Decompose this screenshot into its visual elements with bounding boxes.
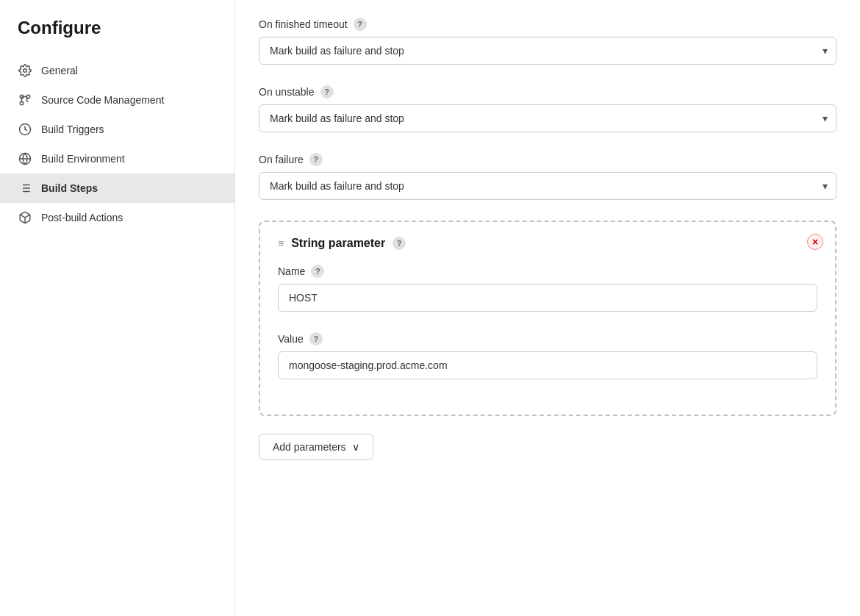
sidebar-item-label: Post-build Actions	[41, 212, 123, 223]
sidebar-item-label: Source Code Management	[41, 94, 164, 106]
card-close-button[interactable]: ×	[807, 234, 823, 250]
main-content: On finished timeout ? Mark build as fail…	[235, 0, 860, 616]
sidebar-item-label: Build Steps	[41, 182, 98, 194]
chevron-small-icon: ∨	[352, 441, 359, 453]
name-group: Name ?	[278, 265, 817, 312]
on-failure-group: On failure ? Mark build as failure and s…	[259, 153, 836, 200]
sidebar-item-label: Build Environment	[41, 153, 125, 165]
sidebar-item-post-build[interactable]: Post-build Actions	[0, 203, 234, 232]
branch-icon	[18, 93, 32, 107]
on-unstable-label: On unstable ?	[259, 85, 836, 99]
sidebar-item-build-environment[interactable]: Build Environment	[0, 144, 234, 173]
name-input[interactable]	[278, 284, 817, 312]
value-input[interactable]	[278, 351, 817, 379]
globe-icon	[18, 151, 32, 166]
gear-icon	[18, 63, 32, 78]
add-parameters-label: Add parameters	[273, 441, 346, 453]
on-unstable-group: On unstable ? Mark build as failure and …	[259, 85, 836, 132]
sidebar-item-label: Build Triggers	[41, 123, 104, 135]
card-title: String parameter	[291, 237, 385, 250]
string-param-help-icon[interactable]: ?	[393, 237, 406, 250]
sidebar-item-label: General	[41, 65, 78, 76]
name-label: Name ?	[278, 265, 817, 278]
on-failure-help-icon[interactable]: ?	[309, 153, 323, 166]
svg-point-0	[24, 69, 27, 73]
sidebar-item-build-triggers[interactable]: Build Triggers	[0, 115, 234, 144]
sidebar-item-build-steps[interactable]: Build Steps	[0, 173, 234, 203]
page-title: Configure	[0, 18, 234, 56]
box-icon	[18, 210, 32, 225]
drag-handle-icon[interactable]: ≡	[278, 237, 284, 249]
on-failure-select-wrapper: Mark build as failure and stop Ignore Ab…	[259, 172, 836, 200]
clock-icon	[18, 122, 32, 137]
list-icon	[18, 181, 32, 196]
finished-timeout-help-icon[interactable]: ?	[354, 18, 367, 31]
add-parameters-button[interactable]: Add parameters ∨	[259, 434, 373, 460]
on-unstable-select[interactable]: Mark build as failure and stop Ignore Ab…	[259, 104, 836, 132]
value-group: Value ?	[278, 332, 817, 379]
sidebar-item-source-code[interactable]: Source Code Management	[0, 85, 234, 115]
finished-timeout-select[interactable]: Mark build as failure and stop Ignore Ab…	[259, 37, 836, 65]
svg-point-2	[20, 101, 24, 105]
on-unstable-select-wrapper: Mark build as failure and stop Ignore Ab…	[259, 104, 836, 132]
finished-timeout-group: On finished timeout ? Mark build as fail…	[259, 18, 836, 65]
string-param-card: ≡ String parameter ? × Name ? Value ?	[259, 221, 836, 416]
sidebar-item-general[interactable]: General	[0, 56, 234, 85]
on-failure-select[interactable]: Mark build as failure and stop Ignore Ab…	[259, 172, 836, 200]
value-help-icon[interactable]: ?	[309, 332, 323, 345]
value-label: Value ?	[278, 332, 817, 345]
on-unstable-help-icon[interactable]: ?	[320, 85, 334, 99]
name-help-icon[interactable]: ?	[311, 265, 324, 278]
finished-timeout-select-wrapper: Mark build as failure and stop Ignore Ab…	[259, 37, 836, 65]
card-header: ≡ String parameter ?	[278, 237, 817, 250]
on-failure-label: On failure ?	[259, 153, 836, 166]
finished-timeout-label: On finished timeout ?	[259, 18, 836, 31]
sidebar: Configure General Source Code Management	[0, 0, 235, 616]
